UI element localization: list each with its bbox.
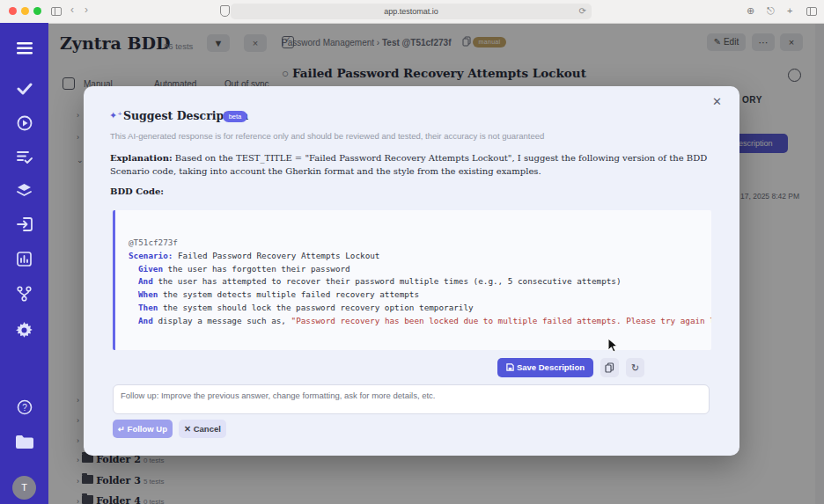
tab-overview-icon[interactable] bbox=[806, 7, 817, 16]
bdd-code-label: BDD Code: bbox=[110, 186, 164, 196]
code-line: @T51cf273f bbox=[129, 237, 711, 250]
close-modal-icon[interactable]: ✕ bbox=[712, 95, 722, 108]
copy-icon bbox=[605, 362, 614, 373]
suites-layers-icon[interactable] bbox=[0, 183, 48, 197]
help-icon[interactable]: ? bbox=[0, 399, 48, 415]
code-line: And the user has attempted to recover th… bbox=[129, 275, 711, 289]
back-button[interactable]: ‹ bbox=[70, 4, 74, 16]
downloads-icon[interactable]: ⊕ bbox=[747, 5, 754, 17]
tests-check-icon[interactable] bbox=[0, 83, 48, 95]
address-bar[interactable]: app.testomat.io ⟳ bbox=[231, 4, 592, 19]
suggest-description-modal: ✕ ✦⁺ Suggest Description beta This AI-ge… bbox=[84, 86, 739, 456]
save-icon bbox=[506, 363, 514, 371]
code-line: Scenario: Failed Password Recovery Attem… bbox=[129, 250, 711, 263]
user-avatar[interactable]: T bbox=[12, 476, 36, 500]
sidebar-toggle-icon[interactable] bbox=[51, 7, 62, 16]
minimize-window-button[interactable] bbox=[21, 7, 29, 15]
new-tab-icon[interactable]: + bbox=[787, 5, 792, 16]
bdd-code-block[interactable]: @T51cf273f Scenario: Failed Password Rec… bbox=[113, 210, 711, 350]
privacy-shield-icon[interactable] bbox=[220, 5, 230, 17]
mouse-cursor bbox=[607, 338, 618, 354]
explanation-text: Explanation: Based on the TEST_TITLE = "… bbox=[110, 151, 716, 178]
ai-disclaimer: This AI-generated response is for refere… bbox=[110, 131, 544, 141]
save-description-button[interactable]: Save Description bbox=[497, 358, 593, 377]
sparkles-icon: ✦⁺ bbox=[109, 110, 122, 121]
refresh-icon: ↻ bbox=[631, 362, 639, 373]
code-line: And display a message such as, "Password… bbox=[129, 315, 711, 328]
menu-icon[interactable] bbox=[0, 42, 48, 55]
copy-code-button[interactable] bbox=[600, 358, 619, 377]
reload-icon[interactable]: ⟳ bbox=[579, 4, 586, 19]
url-text: app.testomat.io bbox=[384, 7, 438, 16]
code-line: Given the user has forgotten their passw… bbox=[129, 263, 711, 276]
code-line: When the system detects multiple failed … bbox=[129, 289, 711, 302]
follow-up-button[interactable]: ↵ Follow Up bbox=[113, 420, 173, 438]
regenerate-button[interactable]: ↻ bbox=[626, 358, 644, 377]
app-sidebar: ? T bbox=[0, 23, 48, 504]
runs-play-icon[interactable] bbox=[0, 115, 48, 131]
zoom-window-button[interactable] bbox=[33, 7, 41, 15]
import-icon[interactable] bbox=[0, 217, 48, 231]
cancel-button[interactable]: ✕ Cancel bbox=[179, 420, 226, 438]
svg-text:?: ? bbox=[22, 403, 27, 413]
browser-chrome: ‹ › app.testomat.io ⟳ ⊕ ⎋ + bbox=[0, 0, 824, 24]
code-actions: Save Description ↻ bbox=[84, 358, 710, 377]
follow-up-input[interactable] bbox=[113, 384, 710, 414]
checklist-icon[interactable] bbox=[0, 150, 48, 164]
settings-gear-icon[interactable] bbox=[0, 322, 48, 339]
beta-badge: beta bbox=[223, 111, 247, 122]
share-icon[interactable]: ⎋ bbox=[767, 5, 775, 17]
code-line: Then the system should lock the password… bbox=[129, 302, 711, 315]
analytics-chart-icon[interactable] bbox=[0, 252, 48, 267]
close-window-button[interactable] bbox=[9, 7, 17, 15]
projects-folder-icon[interactable] bbox=[0, 435, 48, 449]
branches-icon[interactable] bbox=[0, 286, 48, 302]
forward-button[interactable]: › bbox=[85, 4, 88, 16]
